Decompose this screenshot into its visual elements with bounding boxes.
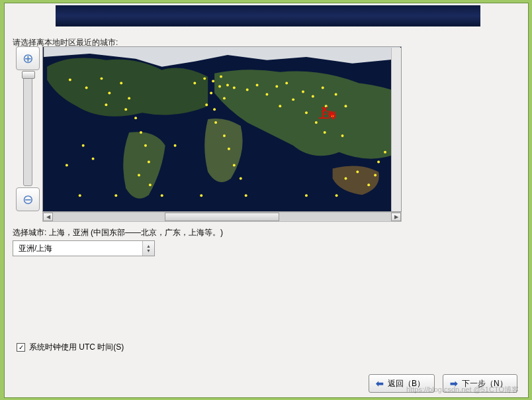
svg-point-38 xyxy=(302,90,304,93)
utc-checkbox-label: 系统时钟使用 UTC 时间(S) xyxy=(29,342,124,353)
select-spinner[interactable]: ▲▼ xyxy=(142,241,154,256)
svg-point-36 xyxy=(292,98,294,101)
svg-point-39 xyxy=(312,95,314,97)
svg-point-15 xyxy=(193,82,196,85)
arrow-left-icon: ⬅ xyxy=(376,378,384,389)
timezone-map-area: ⊕ ⊖ ✕ 上海 ◀ xyxy=(16,46,401,221)
svg-point-55 xyxy=(82,144,85,147)
svg-point-40 xyxy=(305,111,308,114)
svg-point-58 xyxy=(174,144,177,147)
arrow-right-icon: ➡ xyxy=(450,378,458,389)
svg-point-33 xyxy=(265,93,268,95)
next-button-label: 下一步（N） xyxy=(462,378,508,389)
svg-point-63 xyxy=(245,194,247,197)
chevron-up-icon: ▲ xyxy=(146,244,151,248)
zoom-in-button[interactable]: ⊕ xyxy=(16,46,40,70)
world-map[interactable]: ✕ 上海 xyxy=(42,46,402,212)
svg-point-20 xyxy=(226,84,229,87)
next-button[interactable]: ➡ 下一步（N） xyxy=(443,374,517,393)
svg-point-53 xyxy=(377,161,380,164)
svg-point-31 xyxy=(246,88,249,91)
svg-point-29 xyxy=(233,164,236,167)
installer-window: 请选择离本地时区最近的城市: ⊕ ⊖ ✕ 上海 xyxy=(4,3,529,398)
svg-point-60 xyxy=(114,194,117,197)
svg-point-4 xyxy=(108,91,111,94)
zoom-out-icon: ⊖ xyxy=(22,191,34,207)
map-horizontal-scrollbar[interactable]: ◀ ▶ xyxy=(42,212,402,222)
svg-point-47 xyxy=(345,105,347,107)
utc-checkbox[interactable]: ✓ xyxy=(17,343,25,352)
svg-point-27 xyxy=(223,134,226,137)
zoom-controls: ⊕ ⊖ xyxy=(16,46,40,212)
svg-point-7 xyxy=(124,108,127,111)
scroll-left-button[interactable]: ◀ xyxy=(43,213,53,221)
svg-point-34 xyxy=(275,85,278,88)
svg-point-44 xyxy=(324,131,326,134)
svg-point-11 xyxy=(144,144,147,147)
selected-city-info: 选择城市: 上海，亚洲 (中国东部——北京，广东，上海等。) xyxy=(13,227,223,238)
navigation-buttons: ⬅ 返回（B） ➡ 下一步（N） xyxy=(369,374,517,393)
svg-point-35 xyxy=(285,82,288,85)
svg-point-52 xyxy=(374,174,377,176)
svg-point-5 xyxy=(120,82,122,85)
svg-point-22 xyxy=(233,87,236,89)
svg-point-62 xyxy=(200,194,202,197)
svg-point-46 xyxy=(335,93,337,95)
svg-point-2 xyxy=(85,87,88,89)
svg-point-25 xyxy=(213,108,216,111)
timezone-select[interactable]: 亚洲/上海 ▲▼ xyxy=(13,240,155,256)
svg-point-65 xyxy=(335,194,338,197)
svg-point-57 xyxy=(66,164,68,167)
svg-point-64 xyxy=(305,194,308,197)
svg-point-9 xyxy=(134,117,137,119)
svg-point-19 xyxy=(218,85,221,88)
svg-point-50 xyxy=(356,170,359,173)
svg-point-37 xyxy=(279,105,281,107)
selected-city-marker: 上海 xyxy=(319,109,336,121)
svg-point-12 xyxy=(148,161,150,164)
map-vertical-scrollbar[interactable] xyxy=(391,48,401,212)
svg-point-56 xyxy=(92,158,95,160)
svg-point-23 xyxy=(223,97,226,99)
svg-point-10 xyxy=(140,131,142,134)
zoom-in-icon: ⊕ xyxy=(22,50,34,66)
svg-point-6 xyxy=(105,103,107,106)
svg-point-32 xyxy=(256,84,259,87)
svg-point-59 xyxy=(79,194,81,197)
svg-point-14 xyxy=(149,183,152,186)
chevron-down-icon: ▼ xyxy=(146,248,151,253)
svg-point-3 xyxy=(100,77,103,80)
svg-point-26 xyxy=(214,121,217,124)
header-banner xyxy=(56,5,480,26)
svg-point-28 xyxy=(228,148,230,150)
svg-point-49 xyxy=(345,177,347,179)
scroll-right-button[interactable]: ▶ xyxy=(391,213,401,221)
svg-point-43 xyxy=(315,121,318,124)
svg-point-8 xyxy=(128,97,130,99)
svg-point-51 xyxy=(367,183,370,186)
svg-point-41 xyxy=(322,87,324,89)
svg-point-54 xyxy=(384,151,386,154)
scroll-thumb[interactable] xyxy=(165,213,280,221)
svg-point-21 xyxy=(210,91,212,94)
svg-point-48 xyxy=(341,134,344,137)
back-button[interactable]: ⬅ 返回（B） xyxy=(369,374,435,393)
map-svg: ✕ xyxy=(43,47,401,211)
svg-point-61 xyxy=(161,194,163,197)
svg-point-1 xyxy=(69,79,71,81)
zoom-slider[interactable] xyxy=(23,72,32,186)
svg-point-30 xyxy=(240,177,242,179)
svg-point-16 xyxy=(203,77,206,80)
utc-checkbox-row: ✓ 系统时钟使用 UTC 时间(S) xyxy=(17,342,124,353)
back-button-label: 返回（B） xyxy=(388,378,425,389)
svg-point-24 xyxy=(205,103,208,106)
svg-point-18 xyxy=(220,75,222,78)
scroll-track[interactable] xyxy=(53,213,391,221)
timezone-select-value: 亚洲/上海 xyxy=(19,243,52,254)
zoom-out-button[interactable]: ⊖ xyxy=(16,187,40,211)
svg-point-17 xyxy=(212,80,214,83)
svg-point-13 xyxy=(138,174,140,176)
